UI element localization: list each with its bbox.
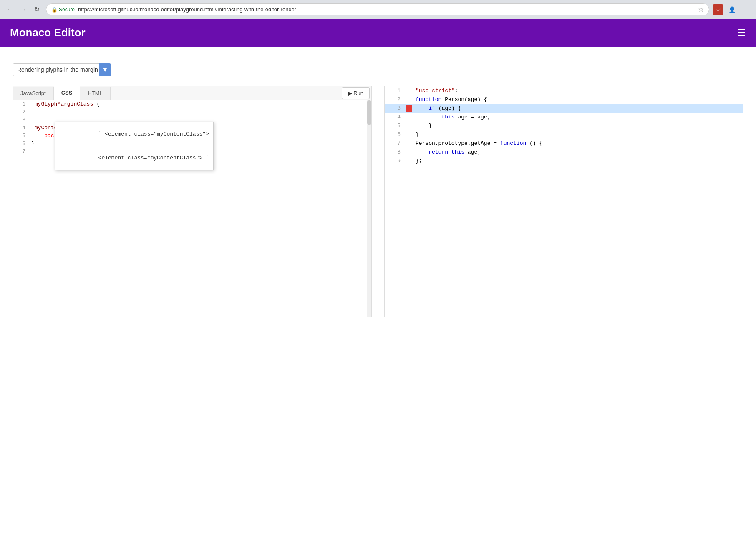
right-line-num-5: 5 — [385, 121, 406, 130]
editors-wrapper: JavaScript CSS HTML ▶ Run 1 .myGlyphMarg… — [13, 86, 743, 317]
left-editor: JavaScript CSS HTML ▶ Run 1 .myGlyphMarg… — [13, 86, 372, 317]
editor-tabs: JavaScript CSS HTML ▶ Run — [13, 86, 371, 100]
left-scrollbar[interactable] — [367, 100, 371, 317]
table-row: 9 }; — [385, 156, 743, 165]
table-row: 1 .myGlyphMarginClass { — [13, 100, 371, 108]
line-num-3: 3 — [13, 116, 30, 124]
js-code-lines: 1 "use strict"; 2 function Person(age) {… — [385, 86, 743, 165]
left-scrollbar-thumb[interactable] — [367, 100, 371, 125]
right-line-content-8: return this.age; — [414, 148, 743, 156]
table-row: 1 "use strict"; — [385, 86, 743, 95]
glyph-margin-9 — [406, 156, 414, 165]
table-row: 7 Person.prototype.getAge = function () … — [385, 139, 743, 148]
glyph-margin-5 — [406, 121, 414, 130]
browser-chrome: ← → ↻ 🔒 Secure https://microsoft.github.… — [0, 0, 756, 19]
right-editor-body: 1 "use strict"; 2 function Person(age) {… — [385, 86, 743, 303]
dropdown-container: Rendering glyphs in the margin Basic edi… — [13, 63, 743, 76]
table-row: 8 return this.age; — [385, 148, 743, 156]
autocomplete-item-1[interactable]: ` <element class="myContentClass"> — [55, 122, 213, 146]
line-content-1: .myGlyphMarginClass { — [30, 100, 371, 108]
reload-button[interactable]: ↻ — [31, 4, 43, 15]
red-glyph-square — [406, 105, 412, 112]
left-editor-body: 1 .myGlyphMarginClass { 2 3 4 .myContent… — [13, 100, 371, 317]
monaco-header: Monaco Editor ☰ — [0, 19, 756, 47]
line-num-1: 1 — [13, 100, 30, 108]
glyph-margin-3 — [406, 104, 414, 113]
nav-buttons: ← → ↻ — [4, 4, 43, 15]
table-row: 2 — [13, 108, 371, 116]
glyph-margin-4 — [406, 113, 414, 121]
table-row: 6 } — [385, 130, 743, 139]
profile-button[interactable]: 👤 — [726, 4, 738, 15]
tab-html[interactable]: HTML — [80, 87, 110, 100]
right-line-content-3: if (age) { — [414, 104, 743, 113]
table-row: 5 } — [385, 121, 743, 130]
shield-icon: 🛡 — [713, 4, 723, 15]
table-row: 3 if (age) { — [385, 104, 743, 113]
line-num-7: 7 — [13, 148, 30, 156]
line-content-2 — [30, 108, 371, 116]
right-line-num-9: 9 — [385, 156, 406, 165]
browser-actions: 🛡 👤 ⋮ — [713, 4, 752, 15]
forward-button[interactable]: → — [18, 4, 29, 15]
table-row: 2 function Person(age) { — [385, 95, 743, 104]
secure-label: Secure — [59, 7, 75, 13]
right-line-num-1: 1 — [385, 86, 406, 95]
lock-icon: 🔒 — [51, 7, 58, 13]
tab-javascript[interactable]: JavaScript — [13, 87, 54, 100]
line-num-6: 6 — [13, 140, 30, 148]
address-bar: 🔒 Secure https://microsoft.github.io/mon… — [46, 3, 709, 15]
autocomplete-popup: ` <element class="myContentClass"> <elem… — [55, 122, 214, 170]
right-line-content-7: Person.prototype.getAge = function () { — [414, 139, 743, 148]
address-text[interactable]: https://microsoft.github.io/monaco-edito… — [78, 6, 695, 13]
right-editor: 1 "use strict"; 2 function Person(age) {… — [384, 86, 743, 317]
right-line-num-2: 2 — [385, 95, 406, 104]
right-line-num-7: 7 — [385, 139, 406, 148]
hamburger-menu-icon[interactable]: ☰ — [738, 28, 746, 38]
glyph-margin-7 — [406, 139, 414, 148]
glyph-margin-2 — [406, 95, 414, 104]
right-line-num-4: 4 — [385, 113, 406, 121]
right-line-num-8: 8 — [385, 148, 406, 156]
glyph-margin-8 — [406, 148, 414, 156]
right-line-num-6: 6 — [385, 130, 406, 139]
line-num-2: 2 — [13, 108, 30, 116]
example-select[interactable]: Rendering glyphs in the margin Basic edi… — [13, 63, 111, 76]
right-line-content-2: function Person(age) { — [414, 95, 743, 104]
line-num-4: 4 — [13, 124, 30, 132]
right-line-content-5: } — [414, 121, 743, 130]
glyph-margin-6 — [406, 130, 414, 139]
right-line-content-9: }; — [414, 156, 743, 165]
right-line-num-3: 3 — [385, 104, 406, 113]
tab-css[interactable]: CSS — [54, 86, 81, 100]
main-content: Rendering glyphs in the margin Basic edi… — [0, 47, 756, 544]
browser-toolbar: ← → ↻ 🔒 Secure https://microsoft.github.… — [0, 0, 756, 19]
line-num-5: 5 — [13, 132, 30, 140]
glyph-margin-1 — [406, 86, 414, 95]
more-menu-button[interactable]: ⋮ — [740, 4, 752, 15]
star-icon[interactable]: ☆ — [698, 5, 704, 13]
table-row: 4 this.age = age; — [385, 113, 743, 121]
right-line-content-1: "use strict"; — [414, 86, 743, 95]
back-button[interactable]: ← — [4, 4, 16, 15]
autocomplete-item-2[interactable]: <element class="myContentClass"> ` — [55, 146, 213, 170]
example-select-wrapper: Rendering glyphs in the margin Basic edi… — [13, 63, 111, 76]
monaco-title: Monaco Editor — [10, 26, 86, 39]
secure-badge: 🔒 Secure — [51, 7, 75, 13]
right-line-content-6: } — [414, 130, 743, 139]
right-line-content-4: this.age = age; — [414, 113, 743, 121]
run-button[interactable]: ▶ Run — [342, 87, 370, 99]
